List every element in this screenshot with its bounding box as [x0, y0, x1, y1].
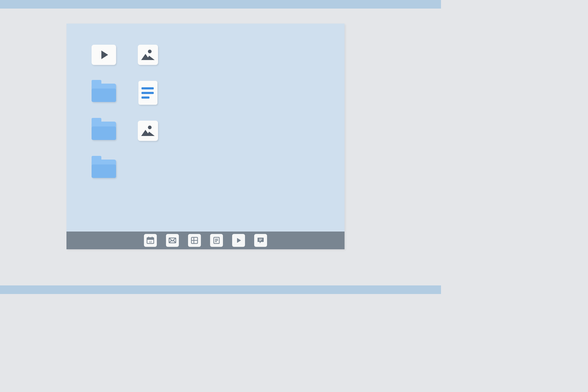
svg-rect-1 [147, 238, 154, 240]
taskbar-app-chat[interactable] [254, 234, 267, 247]
svg-rect-3 [152, 237, 153, 238]
play-icon [92, 45, 116, 65]
taskbar-app-media[interactable] [232, 234, 245, 247]
desktop-item-textdoc[interactable] [135, 81, 161, 104]
top-band [0, 0, 441, 9]
taskbar-app-grid[interactable] [188, 234, 201, 247]
note-icon [212, 236, 221, 245]
text-document-icon [138, 81, 157, 105]
image-icon [138, 45, 158, 65]
folder-icon [92, 160, 116, 178]
taskbar-app-mail[interactable] [166, 234, 179, 247]
folder-icon [92, 122, 116, 140]
desktop-icon-grid [91, 43, 161, 183]
desktop-item-folder[interactable] [91, 81, 117, 104]
folder-icon [92, 84, 116, 102]
mail-icon [168, 236, 177, 245]
desktop-item-folder[interactable] [91, 119, 117, 142]
image-icon [138, 121, 158, 141]
desktop-item-image[interactable] [135, 119, 161, 142]
calendar-icon: 12 [146, 236, 155, 245]
svg-rect-2 [148, 237, 149, 238]
svg-text:12: 12 [149, 240, 152, 243]
play-icon [234, 236, 243, 245]
grid-icon [190, 236, 199, 245]
chat-icon [256, 236, 265, 245]
taskbar-app-notes[interactable] [210, 234, 223, 247]
desktop-item-video[interactable] [91, 43, 117, 66]
desktop-item-folder[interactable] [91, 157, 117, 180]
taskbar: 12 [66, 232, 345, 249]
bottom-band [0, 285, 441, 294]
desktop-item-image[interactable] [135, 43, 161, 66]
desktop-window: 12 [66, 24, 345, 249]
svg-marker-15 [237, 238, 241, 243]
taskbar-app-calendar[interactable]: 12 [144, 234, 157, 247]
